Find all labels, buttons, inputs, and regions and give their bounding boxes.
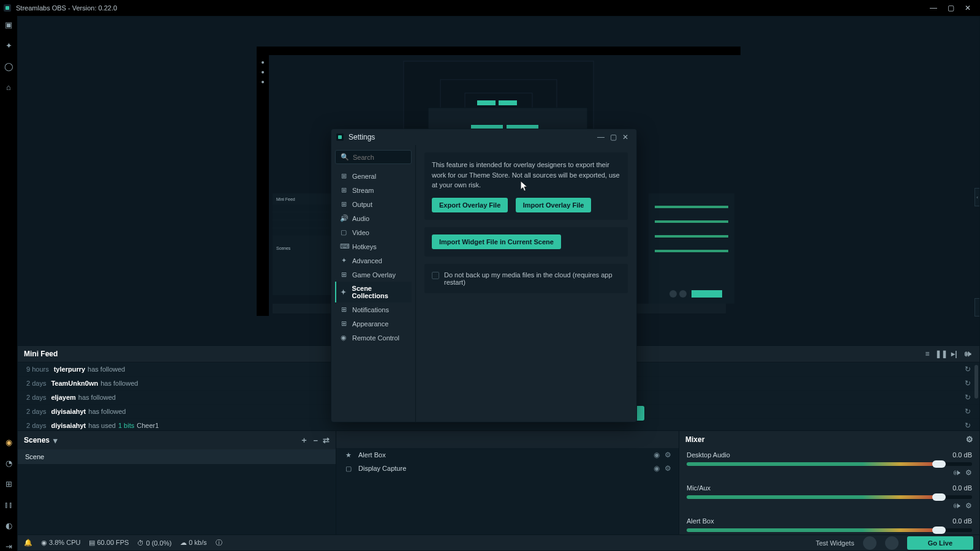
source-visibility-icon[interactable]: ◉ bbox=[654, 464, 660, 473]
rail-studio-icon[interactable]: ▣ bbox=[4, 20, 13, 29]
source-row[interactable]: ★ Alert Box ◉ ⚙ bbox=[336, 448, 679, 462]
svg-point-27 bbox=[679, 290, 687, 298]
settings-category-video[interactable]: ▢Video bbox=[335, 225, 412, 239]
settings-search-input[interactable] bbox=[353, 154, 416, 161]
sources-panel: ★ Alert Box ◉ ⚙ ▢ Display Capture ◉ ⚙ bbox=[336, 431, 679, 534]
mixer-slider[interactable] bbox=[687, 528, 972, 532]
scenes-dropdown-icon[interactable]: ▾ bbox=[53, 436, 58, 445]
category-icon: ⊞ bbox=[340, 271, 347, 279]
test-widgets-link[interactable]: Test Widgets bbox=[816, 539, 854, 547]
settings-category-scene-collections[interactable]: ✦Scene Collections bbox=[335, 282, 412, 302]
mixer-channel: Mic/Aux0.0 dB 🕪⚙ bbox=[679, 481, 979, 514]
status-bar: 🔔 ◉ 3.8% CPU ▤ 60.00 FPS ⏱ 0 (0.0%) ☁ 0 … bbox=[18, 534, 979, 550]
window-minimize-button[interactable]: — bbox=[925, 2, 942, 14]
settings-minimize-button[interactable]: — bbox=[595, 133, 607, 141]
feed-replay-icon[interactable]: ↻ bbox=[965, 365, 971, 373]
source-lock-icon[interactable]: ⚙ bbox=[665, 451, 671, 459]
panel-collapse-handle[interactable] bbox=[974, 298, 979, 317]
svg-text:Mini Feed: Mini Feed bbox=[276, 197, 295, 201]
settings-modal: Settings — ▢ ✕ 🔍 ⊞General⊞Stream⊞Output🔊… bbox=[331, 129, 637, 422]
settings-maximize-button[interactable]: ▢ bbox=[607, 133, 619, 141]
rail-chat-icon[interactable]: ◯ bbox=[4, 61, 13, 71]
app-title: Streamlabs OBS - Version: 0.22.0 bbox=[16, 4, 117, 12]
rail-apps-icon[interactable]: ⊞ bbox=[4, 479, 13, 489]
source-visibility-icon[interactable]: ◉ bbox=[654, 451, 660, 459]
scenes-remove-icon[interactable]: − bbox=[313, 436, 318, 445]
category-icon: ⊞ bbox=[340, 172, 347, 180]
category-icon: ✦ bbox=[340, 288, 347, 296]
rail-help-icon[interactable]: ◐ bbox=[4, 520, 13, 530]
category-icon: ⊞ bbox=[340, 186, 347, 194]
import-overlay-button[interactable]: Import Overlay File bbox=[516, 198, 592, 212]
settings-category-game-overlay[interactable]: ⊞Game Overlay bbox=[335, 268, 412, 282]
scene-item[interactable]: Scene bbox=[18, 449, 336, 464]
settings-logo-icon bbox=[336, 133, 344, 141]
settings-content: This feature is intended for overlay des… bbox=[416, 145, 636, 422]
status-replay-button[interactable] bbox=[885, 536, 899, 550]
rail-dashboard-icon[interactable]: ✦ bbox=[4, 40, 13, 50]
mixer-channel: Alert Box0.0 dB 🕪⚙ bbox=[679, 514, 979, 534]
category-icon: 🔊 bbox=[340, 214, 347, 222]
mixer-settings-icon[interactable]: ⚙ bbox=[966, 435, 973, 444]
minifeed-filter-icon[interactable]: ≡ bbox=[922, 350, 933, 358]
scenes-add-icon[interactable]: ＋ bbox=[300, 435, 308, 446]
svg-rect-22 bbox=[655, 235, 728, 238]
import-widget-button[interactable]: Import Widget File in Current Scene bbox=[432, 234, 561, 249]
rail-cloud-icon[interactable]: ◔ bbox=[4, 458, 13, 468]
settings-category-appearance[interactable]: ⊞Appearance bbox=[335, 317, 412, 331]
feed-replay-icon[interactable]: ↻ bbox=[965, 393, 971, 402]
settings-category-general[interactable]: ⊞General bbox=[335, 169, 412, 183]
settings-titlebar[interactable]: Settings — ▢ ✕ bbox=[331, 129, 636, 145]
settings-category-hotkeys[interactable]: ⌨Hotkeys bbox=[335, 239, 412, 253]
status-rec-button[interactable] bbox=[863, 536, 876, 550]
rail-store-icon[interactable]: ⌂ bbox=[4, 82, 13, 92]
category-icon: ✦ bbox=[340, 257, 347, 264]
alertbox-icon: ★ bbox=[344, 451, 353, 459]
feed-replay-icon[interactable]: ↻ bbox=[965, 379, 971, 388]
minifeed-mute-icon[interactable]: 🕪 bbox=[962, 350, 973, 358]
svg-rect-25 bbox=[692, 290, 722, 298]
settings-category-audio[interactable]: 🔊Audio bbox=[335, 211, 412, 225]
scenes-transition-icon[interactable]: ⇄ bbox=[323, 436, 330, 445]
category-icon: ⌨ bbox=[340, 242, 347, 250]
mixer-mute-icon[interactable]: 🕪 bbox=[953, 501, 960, 510]
settings-category-stream[interactable]: ⊞Stream bbox=[335, 183, 412, 197]
feed-replay-icon[interactable]: ↻ bbox=[965, 407, 971, 416]
go-live-button[interactable]: Go Live bbox=[907, 536, 973, 550]
mixer-slider[interactable] bbox=[687, 462, 972, 466]
feed-replay-icon[interactable]: ↻ bbox=[965, 421, 971, 430]
minifeed-pause-icon[interactable]: ❚❚ bbox=[935, 350, 946, 358]
window-close-button[interactable]: ✕ bbox=[959, 2, 976, 14]
status-notif-icon[interactable]: 🔔 bbox=[24, 539, 32, 547]
preview-collapse-handle[interactable]: ‹ bbox=[974, 188, 979, 206]
mixer-channel: Desktop Audio0.0 dB 🕪⚙ bbox=[679, 448, 979, 481]
status-fps: ▤ 60.00 FPS bbox=[89, 539, 129, 547]
status-info-icon[interactable]: ⓘ bbox=[216, 538, 222, 547]
rail-stats-icon[interactable]: ⫿⫿ bbox=[4, 500, 13, 509]
minifeed-scrollbar[interactable] bbox=[974, 365, 978, 399]
settings-category-remote-control[interactable]: ◉Remote Control bbox=[335, 331, 412, 345]
settings-category-advanced[interactable]: ✦Advanced bbox=[335, 253, 412, 268]
settings-close-button[interactable]: ✕ bbox=[619, 133, 631, 141]
cloud-backup-checkbox[interactable]: Do not back up my media files in the clo… bbox=[432, 271, 620, 286]
checkbox-box[interactable] bbox=[432, 272, 439, 279]
mixer-mute-icon[interactable]: 🕪 bbox=[953, 468, 960, 477]
nav-rail: ▣ ✦ ◯ ⌂ ◉ ◔ ⊞ ⫿⫿ ◐ ⇥ bbox=[0, 16, 17, 551]
source-lock-icon[interactable]: ⚙ bbox=[665, 464, 671, 473]
mixer-gear-icon[interactable]: ⚙ bbox=[965, 468, 972, 477]
svg-point-28 bbox=[262, 61, 264, 64]
settings-search[interactable]: 🔍 bbox=[335, 150, 412, 164]
minifeed-skip-icon[interactable]: ▸| bbox=[949, 350, 960, 358]
export-overlay-button[interactable]: Export Overlay File bbox=[432, 198, 508, 212]
source-row[interactable]: ▢ Display Capture ◉ ⚙ bbox=[336, 462, 679, 475]
rail-logout-icon[interactable]: ⇥ bbox=[4, 541, 13, 551]
mixer-gear-icon[interactable]: ⚙ bbox=[965, 501, 972, 510]
category-icon: ⊞ bbox=[340, 320, 347, 328]
window-maximize-button[interactable]: ▢ bbox=[942, 2, 959, 14]
mixer-slider[interactable] bbox=[687, 495, 972, 499]
mixer-title: Mixer bbox=[685, 435, 704, 444]
rail-alerts-icon[interactable]: ◉ bbox=[4, 437, 13, 447]
status-bitrate: ☁ 0 kb/s bbox=[180, 539, 206, 547]
settings-category-output[interactable]: ⊞Output bbox=[335, 197, 412, 211]
settings-category-notifications[interactable]: ⊞Notifications bbox=[335, 302, 412, 317]
